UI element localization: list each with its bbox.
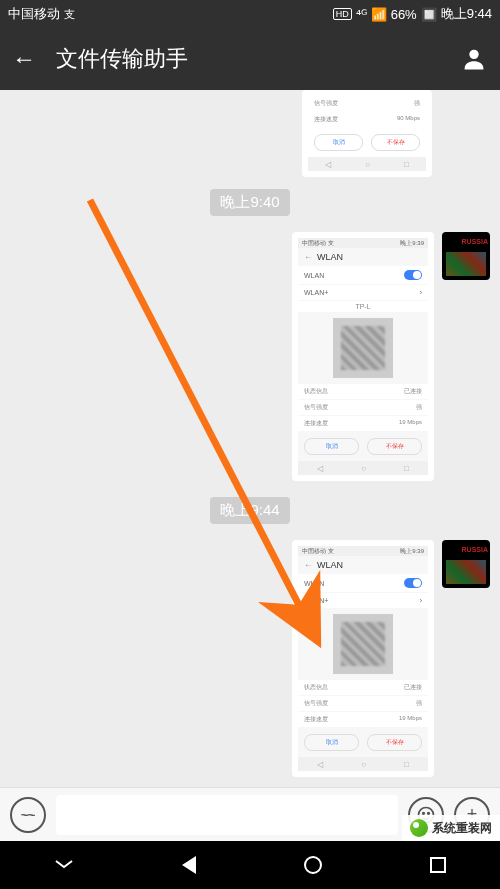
- back-arrow-icon[interactable]: ←: [12, 45, 36, 73]
- message-bubble-partial[interactable]: 信号强度强 连接速度90 Mbps 取消 不保存 ◁○□: [302, 90, 432, 177]
- avatar-2[interactable]: RUSSIA: [442, 540, 490, 588]
- message-bubble-2[interactable]: 中国移动 支晚上9:39 WLAN WLAN WLAN+› 状态信息已连接 信号…: [292, 540, 434, 777]
- avatar-1[interactable]: RUSSIA: [442, 232, 490, 280]
- nav-home-icon[interactable]: [304, 856, 322, 874]
- status-time: 晚上9:44: [441, 5, 492, 23]
- watermark: 系统重装网: [402, 815, 500, 841]
- profile-icon[interactable]: [460, 45, 488, 73]
- message-row-2: 中国移动 支晚上9:39 WLAN WLAN WLAN+› 状态信息已连接 信号…: [0, 536, 500, 781]
- chat-area[interactable]: 信号强度强 连接速度90 Mbps 取消 不保存 ◁○□ 晚上9:40 中国移动…: [0, 90, 500, 818]
- nav-recent-icon[interactable]: [430, 857, 446, 873]
- watermark-icon: [410, 819, 428, 837]
- svg-point-0: [469, 50, 478, 59]
- message-bubble-1[interactable]: 中国移动 支晚上9:39 WLAN WLAN WLAN+› TP-L 状态信息已…: [292, 232, 434, 481]
- watermark-text: 系统重装网: [432, 820, 492, 837]
- nav-back-icon[interactable]: [182, 856, 196, 874]
- battery-percent: 66%: [391, 7, 417, 22]
- message-input[interactable]: [56, 795, 398, 835]
- status-bar: 中国移动 支 HD ⁴ᴳ 📶 66% 🔲 晚上9:44: [0, 0, 500, 28]
- timestamp-1: 晚上9:40: [210, 189, 289, 216]
- message-row-1: 中国移动 支晚上9:39 WLAN WLAN WLAN+› TP-L 状态信息已…: [0, 228, 500, 485]
- voice-button[interactable]: [10, 797, 46, 833]
- svg-point-4: [428, 812, 430, 814]
- alipay-icon: 支: [64, 7, 75, 22]
- status-right: HD ⁴ᴳ 📶 66% 🔲 晚上9:44: [333, 5, 492, 23]
- network-icon: ⁴ᴳ: [356, 7, 367, 22]
- svg-point-3: [423, 812, 425, 814]
- carrier-text: 中国移动: [8, 5, 60, 23]
- android-nav-bar: [0, 841, 500, 889]
- signal-bars-icon: 📶: [371, 7, 387, 22]
- battery-icon: 🔲: [421, 7, 437, 22]
- chat-title: 文件传输助手: [56, 44, 460, 74]
- status-left: 中国移动 支: [8, 5, 75, 23]
- chat-header: ← 文件传输助手: [0, 28, 500, 90]
- nav-down-icon[interactable]: [54, 855, 74, 876]
- hd-badge: HD: [333, 8, 352, 20]
- timestamp-2: 晚上9:44: [210, 497, 289, 524]
